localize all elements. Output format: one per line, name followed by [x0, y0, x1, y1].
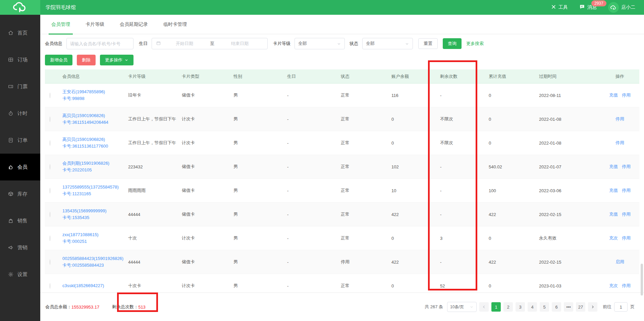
- order-icon: [8, 137, 14, 143]
- remaining-count-cell: -: [436, 212, 485, 217]
- sidebar-item-settings[interactable]: 设置: [0, 261, 40, 288]
- sidebar-item-label: 库存: [17, 191, 28, 197]
- sidebar-item-timing[interactable]: 计时: [0, 100, 40, 127]
- row-radio[interactable]: [50, 188, 50, 194]
- gender-cell: 男: [229, 116, 283, 122]
- sidebar-item-home[interactable]: 首页: [0, 19, 40, 46]
- vertical-scrollbar-thumb[interactable]: [641, 264, 643, 296]
- sidebar-item-order[interactable]: 订单: [0, 127, 40, 154]
- row-action-link[interactable]: 启用: [615, 259, 624, 264]
- card-level-select[interactable]: 全部: [294, 38, 345, 49]
- row-action-link[interactable]: 停用: [622, 283, 631, 288]
- page-button-4[interactable]: 4: [528, 302, 537, 312]
- tab-3[interactable]: 临时卡管理: [163, 15, 187, 34]
- next-page-button[interactable]: [588, 302, 597, 312]
- member-info-label: 会员信息: [45, 41, 62, 47]
- page-button-6[interactable]: 6: [552, 302, 561, 312]
- total-remaining: 剩余总次数： 513: [112, 304, 146, 310]
- status-cell: 正常: [337, 92, 387, 98]
- user-menu[interactable]: 店小二: [608, 2, 635, 13]
- row-radio[interactable]: [50, 283, 50, 289]
- row-action-link[interactable]: 停用: [622, 235, 631, 240]
- birthday-range-picker[interactable]: 开始日期 至 结束日期: [152, 38, 268, 49]
- page-button-1[interactable]: 1: [491, 302, 501, 312]
- member-info-cell[interactable]: 会员到期(15901906826)卡号:20220105: [58, 160, 124, 173]
- member-info-cell[interactable]: 0025585884423(15901926826)卡号:00255858844…: [58, 255, 124, 269]
- remaining-count-cell: -: [436, 188, 485, 193]
- tab-2[interactable]: 会员延期记录: [120, 15, 148, 34]
- page-button-2[interactable]: 2: [503, 302, 513, 312]
- pagination-total: 共 267 条: [425, 304, 443, 310]
- sidebar-item-marketing[interactable]: 营销: [0, 234, 40, 261]
- row-radio[interactable]: [50, 116, 50, 122]
- tab-1[interactable]: 卡片等级: [86, 15, 104, 34]
- row-radio[interactable]: [50, 93, 50, 98]
- sidebar-item-member[interactable]: 会员: [0, 154, 40, 180]
- row-action-link[interactable]: 停用: [622, 93, 631, 98]
- sidebar-item-sales[interactable]: 销售: [0, 207, 40, 234]
- member-info-cell[interactable]: 135435(15699999999)卡号:1535435: [58, 208, 124, 221]
- member-info-cell[interactable]: 高贝贝(15901906826)卡号:361151361177600: [58, 136, 124, 150]
- row-radio[interactable]: [50, 140, 50, 146]
- row-radio[interactable]: [50, 235, 50, 241]
- expire-time-cell: 2022-02-15: [535, 260, 600, 265]
- more-operations-button[interactable]: 更多操作: [100, 55, 133, 65]
- page-size-value: 10条/页: [450, 304, 464, 310]
- row-action-link[interactable]: 停用: [622, 212, 631, 217]
- gender-cell: 男: [229, 188, 283, 194]
- row-action-link[interactable]: 停用: [615, 140, 624, 145]
- card-level-cell: 44444: [124, 212, 178, 217]
- sidebar-item-label: 计时: [17, 110, 28, 117]
- row-action-link[interactable]: 充值: [609, 188, 618, 193]
- add-member-button[interactable]: 新增会员: [45, 55, 72, 65]
- row-action-link[interactable]: 停用: [615, 116, 624, 121]
- member-info-input[interactable]: [66, 38, 133, 49]
- member-info-cell[interactable]: c3sskl(18526694227): [58, 282, 124, 289]
- page-button-3[interactable]: 3: [516, 302, 525, 312]
- page-button-5[interactable]: 5: [540, 302, 549, 312]
- pagination-more-button[interactable]: •••: [564, 302, 573, 312]
- more-search-link[interactable]: 更多搜索: [466, 41, 484, 47]
- sidebar-item-booking[interactable]: 订场: [0, 46, 40, 73]
- card-level-cell: 十次卡: [124, 283, 178, 289]
- remaining-count-cell: 不限次: [436, 116, 485, 122]
- row-action-link[interactable]: 充值: [609, 93, 618, 98]
- query-button[interactable]: 查询: [443, 38, 462, 49]
- card-type-cell: 储值卡: [178, 259, 229, 265]
- row-radio[interactable]: [50, 259, 50, 265]
- row-action-link[interactable]: 充次: [609, 283, 618, 288]
- prev-page-button[interactable]: [479, 302, 489, 312]
- row-action-link[interactable]: 充值: [609, 164, 618, 169]
- messages-menu[interactable]: 消息 2937: [579, 4, 597, 11]
- row-radio[interactable]: [50, 164, 50, 170]
- column-header: 账户余额: [387, 73, 436, 79]
- birthday-cell: -: [283, 188, 337, 193]
- page-size-select[interactable]: 10条/页: [447, 302, 477, 312]
- sidebar-item-ticket[interactable]: 门票: [0, 73, 40, 100]
- tabbar: 会员管理卡片等级会员延期记录临时卡管理: [40, 15, 644, 34]
- tools-label: 工具: [558, 4, 568, 10]
- reset-button[interactable]: 重置: [418, 38, 438, 49]
- member-info-cell[interactable]: 13725589555(13725584578)卡号:11231165: [58, 184, 124, 197]
- expire-time-cell: 2023-01-03: [535, 283, 600, 288]
- sidebar-item-inventory[interactable]: 库存: [0, 180, 40, 207]
- status-select[interactable]: 全部: [362, 38, 413, 49]
- row-action-link[interactable]: 充值: [609, 212, 618, 217]
- row-action-link[interactable]: 充次: [609, 235, 618, 240]
- row-radio[interactable]: [50, 212, 50, 217]
- row-select-cell: [45, 212, 58, 217]
- page-button-27[interactable]: 27: [576, 302, 585, 312]
- delete-button[interactable]: 删除: [77, 55, 96, 65]
- gender-cell: 男: [229, 140, 283, 146]
- total-recharge-cell: 540.02: [485, 164, 535, 169]
- member-info-cell[interactable]: 高贝贝(15901906826)卡号:361151494206464: [58, 112, 124, 126]
- tools-menu[interactable]: 工具: [551, 4, 568, 10]
- row-action-link[interactable]: 停用: [622, 188, 631, 193]
- tab-0[interactable]: 会员管理: [51, 15, 70, 34]
- goto-page-input[interactable]: [614, 302, 628, 312]
- member-info-cell[interactable]: zxx(18771088615)卡号:000251: [58, 231, 124, 245]
- table-row: 135435(15699999999)卡号:153543544444储值卡男-正…: [45, 203, 639, 226]
- member-info-cell[interactable]: 王安石(19947855896)卡号:99898: [58, 89, 124, 102]
- row-action-link[interactable]: 停用: [622, 164, 631, 169]
- card-level-cell: 223432: [124, 164, 178, 169]
